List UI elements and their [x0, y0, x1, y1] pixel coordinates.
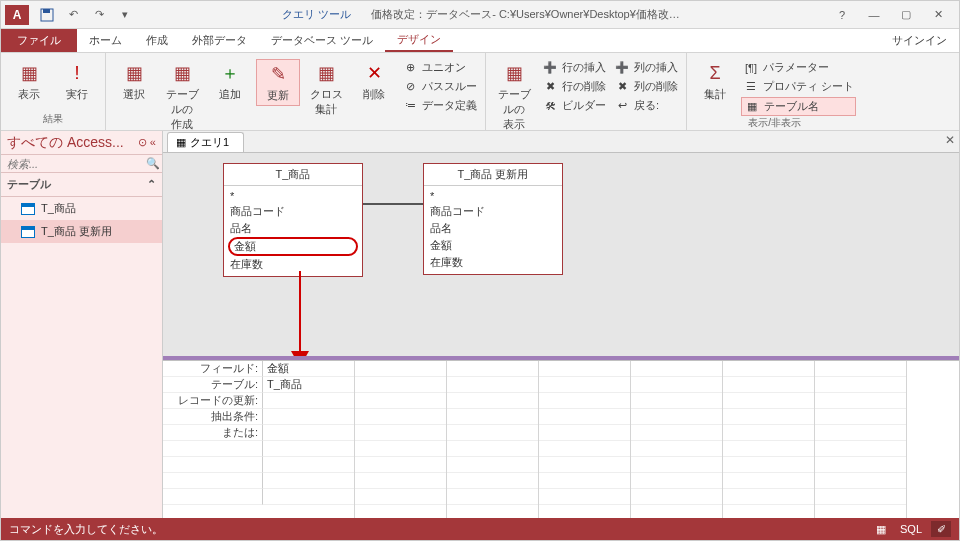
qat-dropdown-icon[interactable]: ▾ [115, 5, 135, 25]
field-star[interactable]: * [430, 190, 556, 202]
query-design-canvas[interactable]: T_商品 * 商品コード 品名 金額 在庫数 T_商品 更新用 * 商品コード … [163, 153, 959, 360]
insert-col-icon: ➕ [614, 61, 630, 75]
nav-item-t-shohin[interactable]: T_商品 [1, 197, 162, 220]
cell-update[interactable] [263, 393, 354, 409]
cell-criteria[interactable] [263, 409, 354, 425]
datasheet-view-icon[interactable]: ▦ [871, 521, 891, 537]
field-kingaku[interactable]: 金額 [430, 238, 556, 253]
cell-table[interactable]: T_商品 [263, 377, 354, 393]
grid-col-6[interactable] [723, 361, 815, 518]
tab-home[interactable]: ホーム [77, 29, 134, 52]
field-zaikosuu[interactable]: 在庫数 [230, 257, 356, 272]
view-button[interactable]: ▦表示 [7, 59, 51, 104]
signin-link[interactable]: サインイン [892, 29, 947, 52]
delete-col-icon: ✖ [614, 80, 630, 94]
maketable-icon: ▦ [170, 61, 194, 85]
grid-col-2[interactable] [355, 361, 447, 518]
tab-database-tools[interactable]: データベース ツール [259, 29, 385, 52]
tablename-icon: ▦ [744, 100, 760, 114]
nav-collapse-icon[interactable]: ⊙ « [138, 136, 156, 149]
totals-button[interactable]: Σ集計 [693, 59, 737, 104]
document-tabs: ▦クエリ1 [163, 131, 959, 153]
return-button: ↩戻る: [612, 97, 680, 114]
show-table-button[interactable]: ▦テーブルの 表示 [492, 59, 536, 134]
sql-view-icon[interactable]: SQL [901, 521, 921, 537]
sigma-icon: Σ [703, 61, 727, 85]
property-icon: ☰ [743, 80, 759, 94]
grid-col-1[interactable]: 金額 T_商品 [263, 361, 355, 518]
cell-or[interactable] [263, 425, 354, 441]
search-icon[interactable]: 🔍 [146, 157, 160, 170]
ribbon: ▦表示 !実行 結果 ▦選択 ▦テーブルの 作成 ＋追加 ✎更新 ▦クロス 集計… [1, 53, 959, 131]
select-query-button[interactable]: ▦選択 [112, 59, 156, 104]
update-query-button[interactable]: ✎更新 [256, 59, 300, 106]
field-shohin-code[interactable]: 商品コード [230, 204, 356, 219]
nav-item-t-shohin-update[interactable]: T_商品 更新用 [1, 220, 162, 243]
crosstab-icon: ▦ [314, 61, 338, 85]
tab-file[interactable]: ファイル [1, 29, 77, 52]
field-shohin-code[interactable]: 商品コード [430, 204, 556, 219]
doc-tab-query1[interactable]: ▦クエリ1 [167, 132, 244, 152]
parameters-button[interactable]: [¶]パラメーター [741, 59, 856, 76]
nav-title[interactable]: すべての Access... [7, 134, 138, 152]
passthrough-query-button[interactable]: ⊘パススルー [400, 78, 479, 95]
maketable-query-button[interactable]: ▦テーブルの 作成 [160, 59, 204, 134]
close-document-icon[interactable]: ✕ [945, 133, 955, 147]
update-icon: ✎ [266, 62, 290, 86]
nav-section-tables[interactable]: テーブル⌃ [1, 173, 162, 197]
field-star[interactable]: * [230, 190, 356, 202]
annotation-arrow-head [291, 351, 309, 360]
datadef-query-button[interactable]: ≔データ定義 [400, 97, 479, 114]
restore-icon[interactable]: ▢ [891, 5, 921, 25]
main-area: すべての Access... ⊙ « 🔍 テーブル⌃ T_商品 T_商品 更新用… [1, 131, 959, 518]
table-names-button[interactable]: ▦テーブル名 [741, 97, 856, 116]
crosstab-query-button[interactable]: ▦クロス 集計 [304, 59, 348, 119]
grid-col-5[interactable] [631, 361, 723, 518]
query-icon: ▦ [176, 136, 186, 149]
tab-create[interactable]: 作成 [134, 29, 180, 52]
undo-icon[interactable]: ↶ [63, 5, 83, 25]
group-query-type: ▦選択 ▦テーブルの 作成 ＋追加 ✎更新 ▦クロス 集計 ✕削除 ⊕ユニオン … [106, 53, 486, 130]
field-list-t-shohin-update[interactable]: T_商品 更新用 * 商品コード 品名 金額 在庫数 [423, 163, 563, 275]
append-query-button[interactable]: ＋追加 [208, 59, 252, 104]
group-query-setup: ▦テーブルの 表示 ➕行の挿入 ✖行の削除 🛠ビルダー ➕列の挿入 ✖列の削除 … [486, 53, 687, 130]
property-sheet-button[interactable]: ☰プロパティ シート [741, 78, 856, 95]
builder-button[interactable]: 🛠ビルダー [540, 97, 608, 114]
union-query-button[interactable]: ⊕ユニオン [400, 59, 479, 76]
join-line[interactable] [363, 203, 423, 205]
field-zaikosuu[interactable]: 在庫数 [430, 255, 556, 270]
delete-query-button[interactable]: ✕削除 [352, 59, 396, 104]
title-bar: A ↶ ↷ ▾ クエリ ツール 価格改定：データベース- C:¥Users¥Ow… [1, 1, 959, 29]
window-title: 価格改定：データベース- C:¥Users¥Owner¥Desktop¥価格改… [371, 7, 680, 22]
cell-field[interactable]: 金額 [263, 361, 354, 377]
tab-external-data[interactable]: 外部データ [180, 29, 259, 52]
quick-access-toolbar: ↶ ↷ ▾ [37, 5, 135, 25]
field-kingaku[interactable]: 金額 [228, 237, 358, 256]
help-icon[interactable]: ? [827, 5, 857, 25]
passthrough-icon: ⊘ [402, 80, 418, 94]
close-icon[interactable]: ✕ [923, 5, 953, 25]
append-icon: ＋ [218, 61, 242, 85]
grid-col-3[interactable] [447, 361, 539, 518]
search-input[interactable] [7, 158, 146, 170]
delete-rows-button[interactable]: ✖行の削除 [540, 78, 608, 95]
app-icon: A [5, 5, 29, 25]
tab-design[interactable]: デザイン [385, 29, 453, 52]
annotation-arrow [299, 271, 301, 357]
grid-col-4[interactable] [539, 361, 631, 518]
minimize-icon[interactable]: ― [859, 5, 889, 25]
insert-row-icon: ➕ [542, 61, 558, 75]
save-icon[interactable] [37, 5, 57, 25]
design-view-icon[interactable]: ✐ [931, 521, 951, 537]
datadef-icon: ≔ [402, 99, 418, 113]
redo-icon[interactable]: ↷ [89, 5, 109, 25]
svg-rect-1 [43, 9, 50, 13]
field-hinmei[interactable]: 品名 [230, 221, 356, 236]
run-button[interactable]: !実行 [55, 59, 99, 104]
table-icon [21, 226, 35, 238]
field-hinmei[interactable]: 品名 [430, 221, 556, 236]
field-list-t-shohin[interactable]: T_商品 * 商品コード 品名 金額 在庫数 [223, 163, 363, 277]
insert-rows-button[interactable]: ➕行の挿入 [540, 59, 608, 76]
grid-col-7[interactable] [815, 361, 907, 518]
design-grid[interactable]: フィールド: テーブル: レコードの更新: 抽出条件: または: 金額 T_商品 [163, 360, 959, 518]
